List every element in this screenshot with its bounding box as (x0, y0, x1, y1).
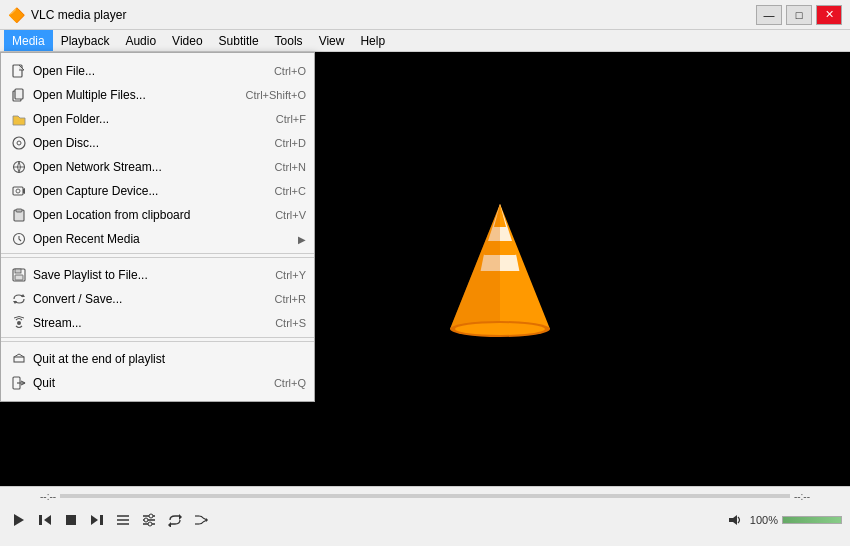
svg-point-8 (455, 323, 545, 335)
volume-label: 100% (750, 514, 778, 526)
random-icon (194, 513, 208, 527)
separator-1 (1, 257, 314, 258)
play-icon (14, 514, 24, 526)
quit-end-icon (9, 349, 29, 369)
svg-marker-37 (91, 515, 98, 525)
menu-video[interactable]: Video (164, 30, 210, 51)
random-button[interactable] (190, 509, 212, 531)
stream-shortcut: Ctrl+S (275, 317, 306, 329)
open-recent-label: Open Recent Media (33, 232, 294, 246)
time-elapsed: --:-- (40, 491, 56, 502)
convert-shortcut: Ctrl+R (275, 293, 306, 305)
svg-rect-28 (14, 357, 24, 362)
svg-rect-20 (16, 209, 22, 212)
title-bar: 🔶 VLC media player — □ ✕ (0, 0, 850, 30)
svg-marker-48 (179, 514, 182, 520)
open-recent-icon (9, 229, 29, 249)
open-clipboard-item[interactable]: Open Location from clipboard Ctrl+V (1, 203, 314, 227)
svg-point-43 (149, 514, 153, 518)
open-section: Open File... Ctrl+O Open Multiple Files.… (1, 57, 314, 254)
quit-section: Quit at the end of playlist Quit Ctrl+Q (1, 345, 314, 397)
open-capture-item[interactable]: Open Capture Device... Ctrl+C (1, 179, 314, 203)
convert-item[interactable]: Convert / Save... Ctrl+R (1, 287, 314, 311)
menu-view[interactable]: View (311, 30, 353, 51)
stream-item[interactable]: Stream... Ctrl+S (1, 311, 314, 335)
next-icon (90, 513, 104, 527)
extended-settings-button[interactable] (138, 509, 160, 531)
svg-marker-49 (168, 522, 171, 527)
open-disc-icon (9, 133, 29, 153)
menu-playback[interactable]: Playback (53, 30, 118, 51)
open-file-icon (9, 61, 29, 81)
svg-marker-35 (44, 515, 51, 525)
open-multiple-shortcut: Ctrl+Shift+O (245, 89, 306, 101)
volume-bar[interactable] (782, 516, 842, 524)
submenu-arrow-icon: ▶ (298, 234, 306, 245)
menu-tools[interactable]: Tools (267, 30, 311, 51)
open-network-item[interactable]: Open Network Stream... Ctrl+N (1, 155, 314, 179)
stream-label: Stream... (33, 316, 275, 330)
svg-point-12 (13, 137, 25, 149)
open-network-label: Open Network Stream... (33, 160, 275, 174)
app-icon: 🔶 (8, 7, 25, 23)
open-recent-item[interactable]: Open Recent Media ▶ (1, 227, 314, 251)
play-button[interactable] (8, 509, 30, 531)
stream-icon (9, 313, 29, 333)
open-multiple-item[interactable]: Open Multiple Files... Ctrl+Shift+O (1, 83, 314, 107)
save-section: Save Playlist to File... Ctrl+Y Convert … (1, 261, 314, 338)
open-file-label: Open File... (33, 64, 274, 78)
svg-rect-11 (15, 89, 23, 99)
svg-rect-23 (15, 269, 21, 273)
quit-end-item[interactable]: Quit at the end of playlist (1, 347, 314, 371)
svg-marker-17 (23, 188, 25, 194)
save-playlist-shortcut: Ctrl+Y (275, 269, 306, 281)
open-folder-icon (9, 109, 29, 129)
volume-controls: 100% (724, 509, 842, 531)
maximize-button[interactable]: □ (786, 5, 812, 25)
svg-rect-36 (39, 515, 42, 525)
quit-item[interactable]: Quit Ctrl+Q (1, 371, 314, 395)
svg-point-18 (16, 189, 20, 193)
open-folder-shortcut: Ctrl+F (276, 113, 306, 125)
stop-button[interactable] (60, 509, 82, 531)
save-playlist-icon (9, 265, 29, 285)
next-button[interactable] (86, 509, 108, 531)
prev-icon (38, 513, 52, 527)
minimize-button[interactable]: — (756, 5, 782, 25)
bottom-controls: --:-- --:-- (0, 486, 850, 546)
svg-marker-54 (206, 518, 208, 522)
menu-help[interactable]: Help (352, 30, 393, 51)
quit-shortcut: Ctrl+Q (274, 377, 306, 389)
open-file-item[interactable]: Open File... Ctrl+O (1, 59, 314, 83)
playlist-button[interactable] (112, 509, 134, 531)
convert-label: Convert / Save... (33, 292, 275, 306)
volume-icon (728, 513, 742, 527)
menu-audio[interactable]: Audio (117, 30, 164, 51)
open-network-icon (9, 157, 29, 177)
loop-button[interactable] (164, 509, 186, 531)
playback-controls-row: 100% (0, 505, 850, 535)
open-capture-icon (9, 181, 29, 201)
stop-icon (66, 515, 76, 525)
seek-bar[interactable] (60, 494, 790, 498)
close-button[interactable]: ✕ (816, 5, 842, 25)
menu-media[interactable]: Media (4, 30, 53, 51)
open-network-shortcut: Ctrl+N (275, 161, 306, 173)
app-title: VLC media player (31, 8, 756, 22)
menu-bar: Media Playback Audio Video Subtitle Tool… (0, 30, 850, 52)
svg-marker-6 (450, 204, 500, 329)
open-multiple-icon (9, 85, 29, 105)
menu-subtitle[interactable]: Subtitle (211, 30, 267, 51)
svg-point-45 (144, 518, 148, 522)
open-folder-item[interactable]: Open Folder... Ctrl+F (1, 107, 314, 131)
open-disc-shortcut: Ctrl+D (275, 137, 306, 149)
volume-icon-button[interactable] (724, 509, 746, 531)
open-disc-item[interactable]: Open Disc... Ctrl+D (1, 131, 314, 155)
prev-button[interactable] (34, 509, 56, 531)
time-total: --:-- (794, 491, 810, 502)
open-folder-label: Open Folder... (33, 112, 276, 126)
save-playlist-item[interactable]: Save Playlist to File... Ctrl+Y (1, 263, 314, 287)
open-disc-label: Open Disc... (33, 136, 275, 150)
playlist-icon (116, 513, 130, 527)
svg-point-47 (148, 522, 152, 526)
